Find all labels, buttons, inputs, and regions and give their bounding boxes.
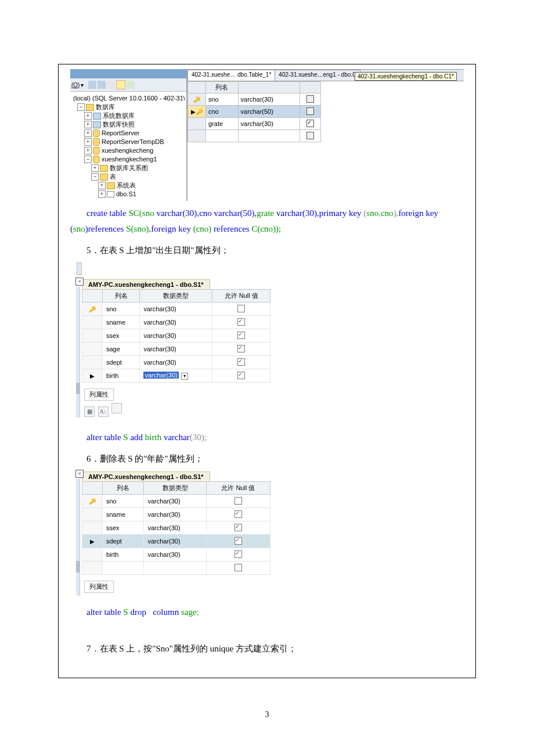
screenshot-designer-drop-sage: × AMY-PC.xueshengkecheng1 - dbo.S1* 列名 数… — [76, 470, 464, 596]
sql-create-table-cont: (sno)references S(sno),foreign key (cno)… — [70, 221, 464, 237]
tree-tables[interactable]: −表 — [71, 172, 185, 181]
column-row[interactable]: sagevarchar(30) — [82, 343, 270, 356]
explorer-title-bar — [70, 69, 186, 78]
null-checkbox[interactable] — [306, 132, 314, 139]
designer-grid[interactable]: 列名 数据类型 允许 Null 值 🔑snovarchar(30) snamev… — [82, 289, 270, 383]
column-properties-tab[interactable]: 列属性 — [84, 388, 114, 401]
null-checkbox[interactable] — [234, 537, 242, 545]
side-strip — [76, 479, 80, 596]
null-checkbox[interactable] — [237, 358, 245, 366]
explorer-toolbar: (O)▾ — [70, 78, 186, 92]
column-row[interactable]: sdeptvarchar(30) — [82, 356, 270, 369]
col-header-name: 列名 — [103, 482, 144, 495]
sql-alter-drop-sage: alter table S drop column sage; — [86, 604, 464, 620]
dropdown-icon[interactable]: ▾ — [181, 373, 188, 380]
datatype-selected[interactable]: varchar(30) — [143, 372, 178, 379]
null-checkbox[interactable] — [234, 510, 242, 518]
col-header-name: 列名 — [206, 82, 239, 93]
column-row-empty[interactable] — [82, 561, 270, 575]
task-7: 7．在表 S 上，按"Sno"属性列的 unique 方式建立索引； — [86, 643, 464, 654]
document-frame: (O)▾ (local) (SQL Server 10.0.1600 - 402… — [58, 64, 476, 678]
task-6: 6．删除表 S 的"年龄"属性列； — [86, 453, 464, 465]
connect-dropdown[interactable]: (O) — [71, 82, 80, 88]
filter-icon[interactable] — [116, 80, 125, 89]
null-checkbox[interactable] — [234, 524, 242, 531]
tree-diagrams[interactable]: +数据库关系图 — [71, 164, 185, 172]
null-checkbox[interactable] — [237, 372, 245, 379]
tree-system-db[interactable]: +系统数据库 — [71, 111, 185, 120]
column-row[interactable]: ▶sdeptvarchar(30) — [82, 535, 270, 548]
toolbar-icon[interactable] — [98, 81, 106, 89]
task-5: 5．在表 S 上增加"出生日期"属性列； — [86, 245, 464, 256]
column-row[interactable]: ssexvarchar(30) — [82, 329, 270, 343]
column-row[interactable]: ssexvarchar(30) — [82, 521, 270, 535]
tab-tooltip: 402-31.xueshengkecheng1 - dbo.C1* — [355, 72, 457, 81]
key-icon: 🔑 — [193, 96, 200, 103]
side-strip — [76, 287, 80, 417]
screenshot-ssms-table-sc: (O)▾ (local) (SQL Server 10.0.1600 - 402… — [70, 69, 464, 201]
col-header-name: 列名 — [103, 290, 140, 303]
side-marker — [76, 383, 80, 394]
object-explorer: (O)▾ (local) (SQL Server 10.0.1600 - 402… — [70, 69, 187, 201]
tab-table1[interactable]: 402-31.xueshe… dbo.Table_1* — [187, 70, 275, 81]
null-checkbox[interactable] — [306, 120, 314, 127]
key-icon: 🔑 — [89, 498, 96, 505]
designer-tab[interactable]: AMY-PC.xueshengkecheng1 - dbo.S1* — [82, 279, 210, 289]
toolbar-stub — [77, 262, 82, 275]
close-icon[interactable]: × — [75, 278, 84, 286]
tree-db-xueshengkecheng1[interactable]: −xueshengkecheng1 — [71, 155, 185, 164]
column-row[interactable]: ▶birthvarchar(30)▾ — [82, 369, 270, 383]
refresh-icon[interactable] — [127, 81, 135, 89]
tree-db-reportservertemp[interactable]: +ReportServerTempDB — [71, 138, 185, 146]
table-designer-sc: 402-31.xueshe… dbo.Table_1* 402-31.xuesh… — [187, 69, 464, 201]
null-checkbox[interactable] — [237, 305, 245, 312]
null-checkbox[interactable] — [237, 345, 245, 352]
col-header-type: 数据类型 — [140, 290, 212, 303]
col-header-type: 数据类型 — [144, 482, 206, 495]
column-row[interactable]: ▶🔑 cnovarchar(50) — [188, 106, 321, 118]
columns-grid[interactable]: 列名 🔑 snovarchar(30) ▶🔑 cnovarchar(50) — [187, 81, 321, 142]
column-row[interactable]: 🔑 snovarchar(30) — [188, 93, 321, 106]
column-row[interactable]: gratevarchar(30) — [188, 118, 321, 130]
designer-grid[interactable]: 列名 数据类型 允许 Null 值 🔑snovarchar(30) snamev… — [82, 481, 270, 575]
null-checkbox[interactable] — [234, 497, 242, 505]
categorized-icon[interactable]: ▦ — [84, 406, 95, 417]
column-row[interactable]: 🔑snovarchar(30) — [82, 303, 270, 316]
tree-system-tables[interactable]: +系统表 — [71, 181, 185, 190]
null-checkbox[interactable] — [306, 107, 314, 115]
column-row-empty[interactable] — [188, 130, 321, 142]
column-properties-tab[interactable]: 列属性 — [84, 581, 114, 593]
blank-tool[interactable] — [111, 403, 122, 413]
column-row[interactable]: snamevarchar(30) — [82, 508, 270, 521]
sql-create-table: create table SC(sno varchar(30),cno varc… — [70, 206, 464, 221]
column-row[interactable]: snamevarchar(30) — [82, 316, 270, 329]
page-number: 3 — [58, 710, 476, 719]
tree-server-node[interactable]: (local) (SQL Server 10.0.1600 - 402-31\A… — [71, 94, 185, 103]
tree-db-xueshengkecheng[interactable]: +xueshengkecheng — [71, 146, 185, 155]
column-row[interactable]: birthvarchar(30) — [82, 548, 270, 561]
toolbar-icon[interactable] — [88, 81, 96, 89]
null-checkbox[interactable] — [306, 95, 314, 103]
close-icon[interactable]: × — [75, 470, 84, 478]
null-checkbox[interactable] — [234, 564, 242, 571]
side-marker — [76, 561, 80, 573]
screenshot-designer-add-birth: × AMY-PC.xueshengkecheng1 - dbo.S1* 列名 数… — [76, 262, 464, 418]
tab-c1[interactable]: 402-31.xueshe…eng1 - dbo.C — [275, 70, 360, 81]
properties-toolbar: ▦ A↓ — [84, 403, 270, 417]
tree-table-s1[interactable]: +dbo.S1 — [71, 190, 185, 199]
column-row[interactable]: 🔑snovarchar(30) — [82, 495, 270, 508]
tree-db-reportserver[interactable]: +ReportServer — [71, 129, 185, 138]
null-checkbox[interactable] — [237, 332, 245, 339]
key-icon: 🔑 — [196, 109, 203, 115]
toolbar-icon[interactable] — [107, 81, 115, 89]
col-header-null: 允许 Null 值 — [212, 290, 270, 303]
null-checkbox[interactable] — [237, 318, 245, 326]
sort-icon[interactable]: A↓ — [98, 406, 109, 417]
designer-tab[interactable]: AMY-PC.xueshengkecheng1 - dbo.S1* — [82, 471, 210, 481]
key-icon: 🔑 — [89, 306, 96, 312]
tree-db-snapshots[interactable]: +数据库快照 — [71, 120, 185, 129]
tree-databases[interactable]: −数据库 — [71, 103, 185, 111]
col-header-null: 允许 Null 值 — [206, 482, 270, 495]
null-checkbox[interactable] — [234, 550, 242, 558]
sql-alter-add-birth: alter table S add birth varchar(30); — [86, 430, 464, 445]
